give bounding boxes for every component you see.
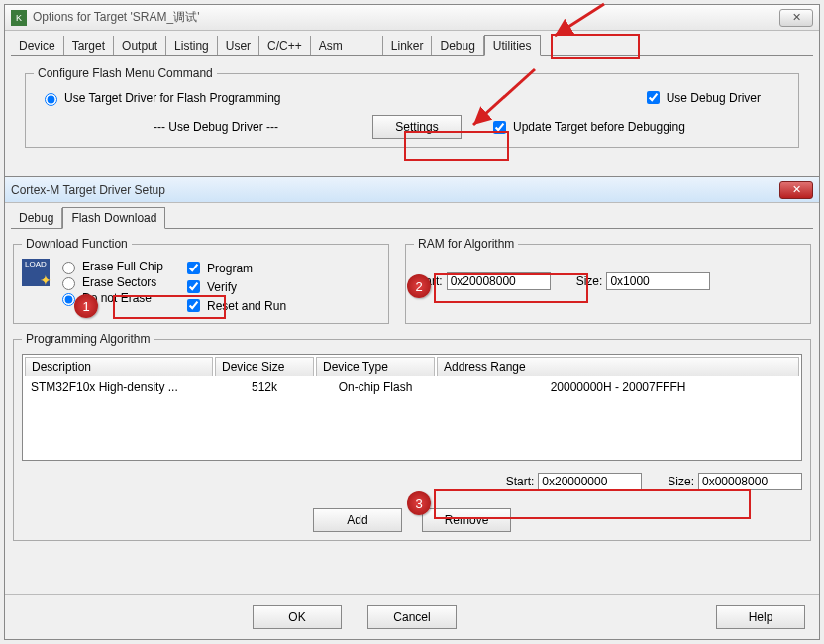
remove-button[interactable]: Remove: [422, 508, 511, 532]
pa-size-label: Size:: [668, 475, 694, 488]
tab-asm[interactable]: Asm: [311, 36, 383, 55]
use-target-driver-radio-input[interactable]: [45, 93, 57, 106]
algorithm-table[interactable]: Description Device Size Device Type Addr…: [22, 354, 802, 461]
app-icon: K: [11, 10, 27, 26]
use-debug-driver-checkbox[interactable]: Use Debug Driver: [643, 88, 761, 107]
th-address-range[interactable]: Address Range: [437, 357, 799, 376]
reset-run-checkbox[interactable]: Reset and Run: [183, 296, 286, 315]
update-target-checkbox[interactable]: Update Target before Debugging: [489, 118, 685, 137]
driver-tabs: Debug Flash Download: [5, 203, 819, 228]
tab-user[interactable]: User: [218, 36, 259, 55]
tab-device[interactable]: Device: [11, 36, 64, 55]
driver-titlebar: Cortex-M Target Driver Setup ✕: [5, 177, 819, 203]
cancel-button[interactable]: Cancel: [367, 605, 457, 629]
tab-listing[interactable]: Listing: [166, 36, 218, 55]
update-target-label: Update Target before Debugging: [513, 120, 685, 134]
program-checkbox[interactable]: Program: [183, 259, 286, 277]
erase-sectors-radio[interactable]: Erase Sectors: [57, 274, 163, 290]
driver-text: --- Use Debug Driver ---: [107, 120, 325, 134]
ram-start-label: Start:: [414, 274, 443, 288]
tab-target[interactable]: Target: [64, 36, 114, 55]
ok-button[interactable]: OK: [253, 605, 342, 629]
do-not-erase-radio[interactable]: Do not Erase: [57, 290, 163, 306]
use-target-driver-label: Use Target Driver for Flash Programming: [64, 91, 281, 105]
ram-start-input[interactable]: [447, 272, 551, 290]
programming-algorithm-legend: Programming Algorithm: [22, 332, 154, 346]
verify-checkbox[interactable]: Verify: [183, 277, 286, 296]
pa-start-label: Start:: [506, 475, 535, 488]
update-target-input[interactable]: [493, 121, 506, 134]
tab-output[interactable]: Output: [114, 36, 166, 55]
ram-size-label: Size:: [576, 274, 603, 288]
options-window: K Options for Target 'SRAM_调试' ✕ Device …: [4, 4, 820, 182]
load-icon: LOAD: [22, 259, 50, 286]
use-target-driver-radio[interactable]: Use Target Driver for Flash Programming: [40, 90, 281, 106]
th-device-type[interactable]: Device Type: [316, 357, 435, 376]
ram-algorithm-legend: RAM for Algorithm: [414, 237, 518, 251]
pa-start-input[interactable]: [538, 473, 642, 490]
tab-debug[interactable]: Debug: [432, 36, 483, 55]
help-button[interactable]: Help: [716, 605, 805, 629]
add-button[interactable]: Add: [313, 508, 402, 532]
tab-flash-download[interactable]: Flash Download: [62, 207, 165, 229]
use-debug-driver-input[interactable]: [647, 91, 660, 104]
th-device-size[interactable]: Device Size: [215, 357, 314, 376]
configure-flash-group: Configure Flash Menu Command Use Target …: [25, 66, 799, 148]
tab-linker[interactable]: Linker: [383, 36, 433, 55]
download-function-legend: Download Function: [22, 237, 132, 251]
programming-algorithm-group: Programming Algorithm Description Device…: [13, 332, 811, 541]
table-row[interactable]: STM32F10x High-density ... 512k On-chip …: [25, 378, 799, 396]
configure-flash-legend: Configure Flash Menu Command: [34, 66, 217, 80]
tab-utilities[interactable]: Utilities: [484, 35, 541, 56]
driver-setup-window: Cortex-M Target Driver Setup ✕ Debug Fla…: [4, 176, 820, 640]
options-titlebar: K Options for Target 'SRAM_调试' ✕: [5, 5, 819, 31]
settings-button[interactable]: Settings: [372, 115, 462, 139]
options-tabs: Device Target Output Listing User C/C++ …: [5, 31, 819, 55]
ram-algorithm-group: RAM for Algorithm Start: Size:: [405, 237, 811, 324]
options-close-button[interactable]: ✕: [779, 9, 813, 27]
ram-size-input[interactable]: [606, 272, 710, 290]
pa-size-input[interactable]: [698, 473, 802, 490]
options-title: Options for Target 'SRAM_调试': [33, 9, 199, 26]
erase-full-radio[interactable]: Erase Full Chip: [57, 259, 163, 274]
download-function-group: Download Function LOAD Erase Full Chip E…: [13, 237, 389, 324]
driver-title: Cortex-M Target Driver Setup: [11, 183, 165, 197]
use-debug-driver-label: Use Debug Driver: [667, 91, 761, 105]
tab-ccpp[interactable]: C/C++: [259, 36, 311, 55]
tab-driver-debug[interactable]: Debug: [11, 208, 62, 228]
th-description[interactable]: Description: [25, 357, 213, 376]
driver-close-button[interactable]: ✕: [779, 181, 813, 199]
